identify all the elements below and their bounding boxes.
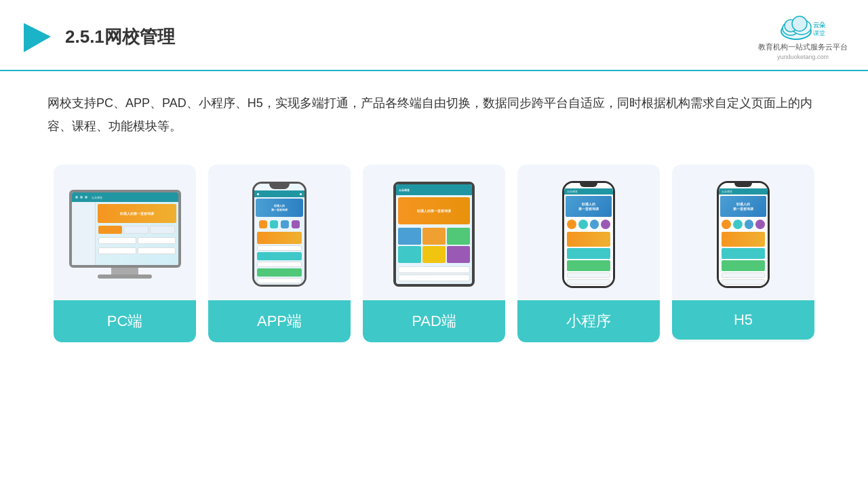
card-pad-label: PAD端 bbox=[363, 300, 505, 342]
description-content: 网校支持PC、APP、PAD、小程序、H5，实现多端打通，产品各终端自由切换，数… bbox=[47, 96, 812, 133]
logo-subtitle: 教育机构一站式服务云平台yunduoketang.com bbox=[758, 42, 848, 62]
logo-area: 云朵 课堂 教育机构一站式服务云平台yunduoketang.com bbox=[758, 12, 848, 62]
card-miniprogram-label: 小程序 bbox=[517, 300, 660, 342]
small-phone-h5: 云朵课堂 职通人的第一堂咨询课 bbox=[717, 181, 770, 288]
card-app-image: 职通人的第一堂咨询课 bbox=[208, 165, 351, 300]
card-miniprogram: 云朵课堂 职通人的第一堂咨询课 bbox=[517, 165, 660, 342]
card-miniprogram-image: 云朵课堂 职通人的第一堂咨询课 bbox=[517, 165, 660, 300]
phone-app-mockup: 职通人的第一堂咨询课 bbox=[252, 182, 307, 287]
small-phone-miniprogram: 云朵课堂 职通人的第一堂咨询课 bbox=[562, 181, 615, 288]
description-text: 网校支持PC、APP、PAD、小程序、H5，实现多端打通，产品各终端自由切换，数… bbox=[0, 71, 868, 151]
card-h5-image: 云朵课堂 职通人的第一堂咨询课 bbox=[672, 165, 814, 300]
card-pc-label: PC端 bbox=[54, 300, 196, 342]
card-pad-image: 云朵课堂 职通人的第一堂咨询课 bbox=[363, 165, 505, 300]
play-icon bbox=[20, 20, 54, 54]
card-app: 职通人的第一堂咨询课 bbox=[208, 165, 351, 342]
card-h5-label: H5 bbox=[672, 300, 814, 340]
card-app-label: APP端 bbox=[208, 300, 351, 342]
svg-text:云朵: 云朵 bbox=[813, 22, 826, 28]
logo-cloud-icon: 云朵 课堂 bbox=[776, 12, 830, 41]
pc-mockup: 云朵课堂 职通人的第一堂咨询课 bbox=[67, 190, 182, 279]
page-title: 2.5.1网校管理 bbox=[65, 25, 175, 49]
cards-container: 云朵课堂 职通人的第一堂咨询课 bbox=[0, 151, 868, 363]
card-h5: 云朵课堂 职通人的第一堂咨询课 bbox=[672, 165, 814, 342]
svg-text:课堂: 课堂 bbox=[813, 30, 825, 37]
card-pc-image: 云朵课堂 职通人的第一堂咨询课 bbox=[54, 165, 196, 300]
card-pc: 云朵课堂 职通人的第一堂咨询课 bbox=[54, 165, 196, 342]
card-pad: 云朵课堂 职通人的第一堂咨询课 bbox=[363, 165, 505, 342]
svg-point-5 bbox=[792, 16, 807, 31]
tablet-mockup: 云朵课堂 职通人的第一堂咨询课 bbox=[393, 182, 475, 287]
header: 2.5.1网校管理 云朵 课堂 教育机构一站式服务云平台yunduoketang… bbox=[0, 0, 868, 71]
header-left: 2.5.1网校管理 bbox=[20, 20, 175, 54]
monitor: 云朵课堂 职通人的第一堂咨询课 bbox=[69, 190, 181, 268]
svg-marker-0 bbox=[24, 23, 51, 52]
